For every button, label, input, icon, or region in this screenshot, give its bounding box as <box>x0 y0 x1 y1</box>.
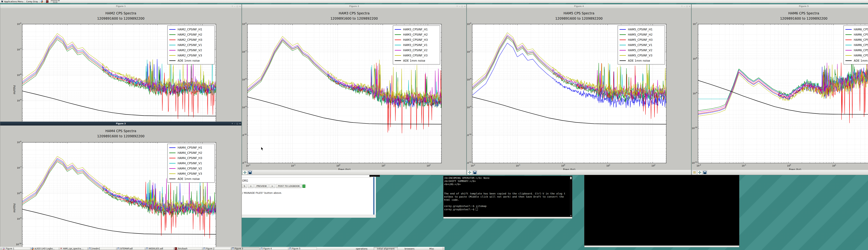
taskbar-button--bin-bash[interactable]: >_/bin/bash <box>174 247 202 250</box>
minimize-button[interactable]: ‒ <box>234 123 235 125</box>
legend-label: HAM4_CPSINF_V1 <box>178 162 202 165</box>
save-tool-button[interactable] <box>248 170 252 175</box>
legend-swatch <box>395 34 401 35</box>
taskbar-button-aligo-lho-logbo-[interactable]: aLIGO LHO Logbo... <box>31 247 59 250</box>
tick-label: 10-10 <box>242 133 247 136</box>
figure-window-figure-2[interactable]: Figure 2↑‒□✕HAM3 CPS Spectra1209891600 t… <box>242 4 466 175</box>
taskbar-handle[interactable] <box>0 247 2 250</box>
maximize-button[interactable]: □ <box>686 5 688 7</box>
tick-label: 10-7 <box>17 48 21 51</box>
pan-tool-button[interactable] <box>467 170 472 175</box>
window-titlebar[interactable]: Figure 5↑‒□✕ <box>692 4 868 8</box>
firefox-launcher[interactable] <box>40 0 44 3</box>
legend-entry: HAM5_CPSINF_H1 <box>620 27 663 32</box>
tick-label: 10-9 <box>17 217 21 220</box>
logbook-browser-window[interactable]: ORG S>PREVIEW>POST TO LOGBOOK? / MANAGE … <box>242 175 376 218</box>
chevron-button[interactable]: > <box>248 184 254 188</box>
figure-canvas: HAM6 CPS Spectra1209891600 to 1209892200… <box>692 8 868 175</box>
logbook-textarea-bottom-edge <box>242 175 372 178</box>
workspace-operations[interactable]: operations <box>349 247 374 250</box>
taskbar-button-figure-3[interactable]: Figure 3 <box>231 247 259 250</box>
window-icon <box>232 248 234 250</box>
legend-entry: ADE 1mm noise <box>845 58 868 63</box>
taskbar-button-figure-4[interactable]: Figure 4 <box>260 247 288 250</box>
shade-button[interactable]: ↑ <box>231 123 233 125</box>
shade-button[interactable]: ↑ <box>456 5 458 7</box>
tick-label: 102 <box>652 164 655 167</box>
maximize-button[interactable]: □ <box>237 123 238 125</box>
window-titlebar[interactable]: Figure 4↑‒□✕ <box>467 4 691 8</box>
taskbar-button-weeklies-adl[interactable]: WEEKLIES.adl <box>145 247 174 250</box>
legend-swatch <box>169 168 176 169</box>
terminal-cursor <box>476 208 478 211</box>
spectra-plot: 10-710-810-910-1010-1110-210-1100101102 <box>692 8 868 172</box>
legend-label: HAM3_CPSINF_V2 <box>403 49 428 52</box>
blank-terminal-window[interactable] <box>584 175 739 246</box>
maximize-button[interactable]: □ <box>461 5 463 7</box>
figure-canvas: HAM3 CPS Spectra1209891600 to 1209892200… <box>242 8 466 175</box>
y-axis-label: m/rthz <box>13 203 16 212</box>
minimize-button[interactable]: ‒ <box>459 5 460 7</box>
applications-menu-button[interactable]: Applications Menu <box>0 0 24 3</box>
close-button[interactable]: ✕ <box>464 5 466 7</box>
taskbar-button-figure-5[interactable]: Figure 5 <box>288 247 317 250</box>
tick-label: 100 <box>336 164 340 167</box>
scroll-down-arrow[interactable]: ▼ <box>570 215 572 217</box>
pan-tool-button[interactable] <box>243 170 247 175</box>
taskbar-button-figure-1[interactable]: Figure 1 <box>2 247 30 250</box>
maximize-button[interactable]: □ <box>237 5 238 7</box>
window-titlebar[interactable]: Figure 2↑‒□✕ <box>242 4 466 8</box>
shade-button[interactable]: ↑ <box>231 5 233 7</box>
legend-label: HAM6_CPSINF_V3 <box>854 54 868 57</box>
taskbar-button--medm-[interactable]: [medm] <box>88 247 116 250</box>
subplots-tool-button[interactable] <box>692 170 697 175</box>
tick-label: 10-11 <box>692 161 697 164</box>
legend-swatch <box>169 147 176 148</box>
taskbar-button-ham-cps-spectra-[interactable]: XHAM_cps_spectra.... <box>59 247 88 250</box>
plot-legend: HAM3_CPSINF_H1HAM3_CPSINF_H2HAM3_CPSINF_… <box>393 26 440 64</box>
tick-label: 10-8 <box>17 73 21 76</box>
close-button[interactable]: ✕ <box>239 123 241 125</box>
legend-entry: HAM6_CPSINF_H3 <box>845 37 868 42</box>
tick-label: 10-6 <box>17 22 21 25</box>
taskbar-handle[interactable] <box>442 247 444 250</box>
workspace-misc[interactable]: Misc <box>421 247 442 250</box>
user-menu-button[interactable]: Corey Gray <box>25 0 39 3</box>
figure-window-figure-5[interactable]: Figure 5↑‒□✕HAM6 CPS Spectra1209891600 t… <box>691 4 868 175</box>
taskbar-button-sitemap-adl[interactable]: SITEMAP.adl <box>117 247 145 250</box>
window-titlebar[interactable]: Figure 1↑‒□✕ <box>0 4 242 8</box>
preview-button[interactable]: PREVIEW <box>254 184 269 188</box>
close-button[interactable]: ✕ <box>689 5 690 7</box>
window-title: Figure 1 <box>0 5 242 7</box>
save-tool-button[interactable] <box>703 170 707 175</box>
logbook-scrollbar[interactable] <box>373 177 374 215</box>
figure-window-figure-4[interactable]: Figure 4↑‒□✕HAM5 CPS Spectra1209891600 t… <box>467 4 691 175</box>
legend-swatch <box>395 55 401 56</box>
minimize-button[interactable]: ‒ <box>234 5 235 7</box>
legend-label: HAM5_CPSINF_V1 <box>628 43 652 47</box>
figure-window-figure-3[interactable]: Figure 3↑‒□✕HAM4 CPS Spectra1209891600 t… <box>0 122 242 250</box>
legend-swatch <box>169 158 176 158</box>
terminal-scrollbar[interactable]: ▼ <box>570 176 572 217</box>
pan-tool-button[interactable] <box>698 170 702 175</box>
legend-entry: HAM3_CPSINF_V3 <box>395 53 438 58</box>
close-button[interactable]: ✕ <box>239 5 241 7</box>
help-icon[interactable]: ? <box>302 185 305 188</box>
taskbar-button-figure-2[interactable]: Figure 2 <box>203 247 231 250</box>
shade-button[interactable]: ↑ <box>681 5 682 7</box>
minimize-button[interactable]: ‒ <box>684 5 685 7</box>
post-to-logbook-button[interactable]: POST TO LOGBOOK <box>276 184 302 188</box>
terminal-launcher[interactable]: >_ <box>45 0 50 3</box>
save-drafts-button[interactable]: S <box>242 184 247 188</box>
terminal-scrollbar-thumb[interactable] <box>570 177 572 179</box>
legend-swatch <box>169 34 176 35</box>
shift-terminal-window[interactable]: <b>INCOMING OPERATOR:</b> None <b>SHIFT … <box>443 176 572 217</box>
chevron-button[interactable]: > <box>270 184 275 188</box>
legend-swatch <box>620 34 626 35</box>
tick-label: 10-10 <box>692 127 698 129</box>
window-titlebar[interactable]: Figure 3↑‒□✕ <box>0 122 242 126</box>
save-tool-button[interactable] <box>472 170 477 175</box>
workspace-initial-alignment[interactable]: initial alignment <box>374 247 398 250</box>
workspace-browsers[interactable]: browsers <box>398 247 421 250</box>
terminal-text: <b>INCOMING OPERATOR:</b> None <b>SHIFT … <box>444 177 569 217</box>
